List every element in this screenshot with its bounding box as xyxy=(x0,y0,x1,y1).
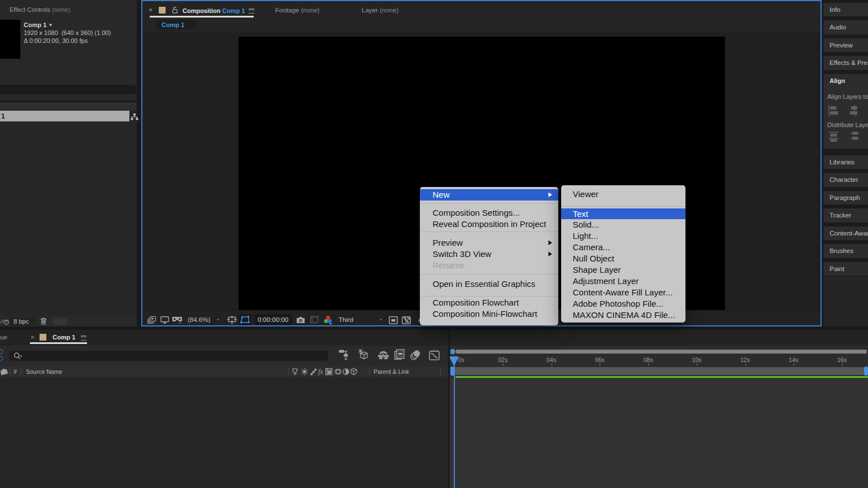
svg-text:fx: fx xyxy=(318,368,323,376)
